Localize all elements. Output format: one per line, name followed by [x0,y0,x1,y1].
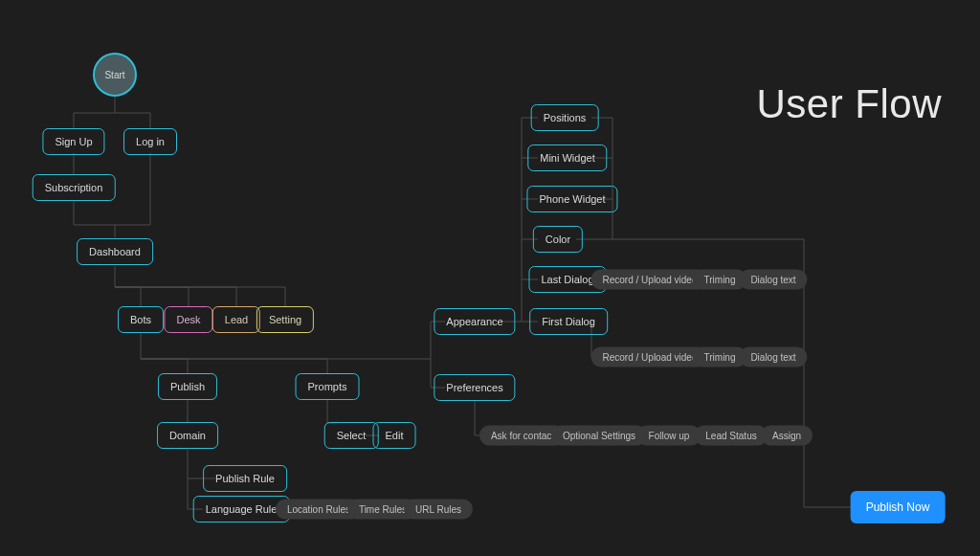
node-setting: Setting [256,306,314,333]
node-first-dialog: First Dialog [529,308,608,335]
pill-record-upload-1: Record / Upload video [591,270,709,290]
node-signup: Sign Up [42,128,104,155]
node-start: Start [93,53,137,97]
node-appearance: Appearance [434,308,515,335]
node-positions: Positions [531,104,599,131]
node-mini-widget: Mini Widget [527,145,607,171]
pill-assign: Assign [761,426,813,446]
node-phone-widget: Phone Widget [526,186,617,212]
pill-optional-settings: Optional Settings [551,426,647,446]
node-preferences: Preferences [434,374,515,401]
node-publish: Publish [158,373,217,400]
node-lead: Lead [212,306,260,333]
pill-url-rules: URL Rules [404,500,473,520]
node-color: Color [533,226,583,253]
pill-dialog-text-1: Dialog text [739,270,807,290]
node-subscription: Subscription [33,174,116,201]
node-select: Select [324,422,379,449]
pill-record-upload-2: Record / Upload video [591,347,709,367]
page-title: User Flow [756,81,942,127]
node-bots: Bots [118,306,164,333]
node-dashboard: Dashboard [77,238,153,265]
node-domain: Domain [157,422,218,449]
pill-lead-status: Lead Status [694,426,768,446]
node-edit: Edit [373,422,416,449]
pill-follow-up: Follow up [637,426,702,446]
publish-now-button[interactable]: Publish Now [851,491,946,523]
pill-dialog-text-2: Dialog text [739,347,807,367]
node-login: Log in [123,128,177,155]
node-desk: Desk [164,306,212,333]
node-publish-rule: Publish Rule [203,465,287,492]
node-prompts: Prompts [296,373,360,400]
